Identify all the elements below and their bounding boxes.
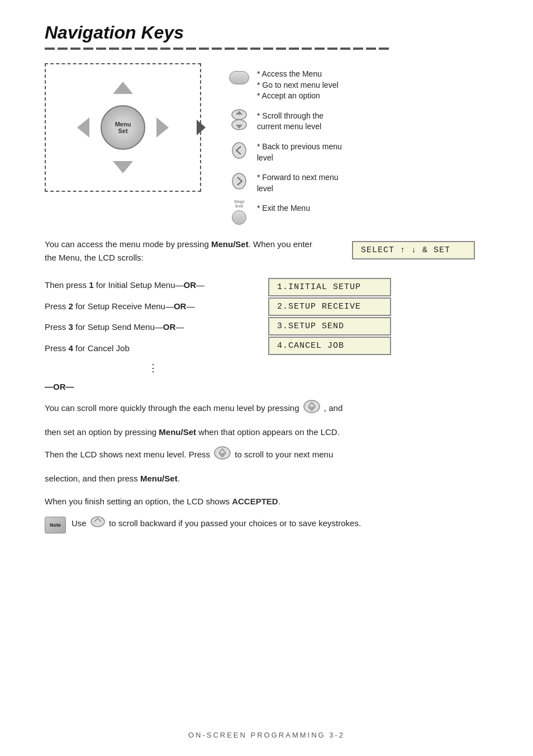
- lcd-item-1: 1.INITIAL SETUP: [268, 278, 391, 296]
- dpad-down-arrow: [113, 161, 133, 173]
- key-item-exit: Stop/Exit * Exit the Menu: [229, 202, 488, 222]
- lcd-menu-group: 1.INITIAL SETUP 2.SETUP RECEIVE 3.SETUP …: [268, 278, 391, 355]
- intro-text: You can access the menu mode by pressing…: [45, 238, 324, 264]
- scroll-para-4: selection, and then press Menu/Set.: [45, 471, 488, 486]
- svg-point-2: [232, 143, 246, 158]
- scroll-icon-inline-2: or: [213, 446, 231, 465]
- scroll-icon-inline-note: [90, 516, 106, 532]
- page: Navigation Keys: [0, 0, 533, 756]
- nav-side-arrow: [197, 120, 206, 135]
- key-text-back: * Back to previous menulevel: [257, 140, 342, 163]
- lcd-select-display: SELECT ↑ ↓ & SET: [352, 241, 475, 259]
- nav-pad-container: MenuSet: [45, 63, 212, 192]
- menu-options-row: Then press 1 for Initial Setup Menu—OR— …: [45, 278, 488, 374]
- key-text-exit: * Exit the Menu: [257, 202, 310, 214]
- dpad-center: MenuSet: [101, 105, 145, 150]
- lcd-item-2: 2.SETUP RECEIVE: [268, 297, 391, 316]
- page-footer: ON-SCREEN PROGRAMMING 3-2: [0, 731, 533, 739]
- nav-pad-box: MenuSet: [45, 63, 201, 192]
- scroll-icon-2: or: [213, 446, 231, 460]
- menu-set-bold-2: Menu/Set: [159, 427, 196, 437]
- svg-text:or: or: [221, 451, 225, 456]
- lcd-item-4: 4.CANCEL JOB: [268, 337, 391, 355]
- lcd-item-3: 3.SETUP SEND: [268, 317, 391, 336]
- dpad-up-arrow: [113, 82, 133, 94]
- dpad: MenuSet: [73, 77, 173, 178]
- dpad-right-arrow: [156, 117, 169, 138]
- menu-set-bold: Menu/Set: [211, 239, 249, 249]
- key-item-scroll: * Scroll through thecurrent menu level: [229, 110, 488, 133]
- menu-set-label: MenuSet: [115, 121, 131, 134]
- stop-exit-label: Stop/Exit: [234, 200, 245, 210]
- intro-row: You can access the menu mode by pressing…: [45, 238, 488, 273]
- forward-key-icon: [229, 171, 249, 191]
- scroll-arrows-icon: [230, 109, 249, 130]
- scroll-para-3: Then the LCD shows next menu level. Pres…: [45, 446, 488, 465]
- scroll-icon-note: [90, 516, 106, 528]
- note-text: Use to scroll backward if you passed you…: [72, 516, 361, 532]
- key-text-scroll: * Scroll through thecurrent menu level: [257, 110, 323, 133]
- svg-text:or: or: [310, 405, 313, 410]
- press2-text: Press 2 for Setup Receive Menu—OR—: [45, 299, 240, 314]
- key-item-back: * Back to previous menulevel: [229, 140, 488, 163]
- note-icon: Note: [45, 517, 66, 533]
- scroll-icon-inline-1: or: [303, 399, 321, 418]
- scroll-para-2: then set an option by pressing Menu/Set …: [45, 425, 488, 440]
- forward-arrow-icon: [231, 172, 248, 190]
- scroll-icon-1: or: [303, 399, 321, 414]
- scroll-para-1: You can scroll more quickly through the …: [45, 399, 488, 418]
- back-key-icon: [229, 140, 249, 160]
- key-item-access-menu: * Access the Menu* Go to next menu level…: [229, 68, 488, 102]
- stop-exit-circle: [232, 210, 246, 225]
- note-area: Note Use to scroll backward if you passe…: [45, 516, 488, 539]
- key-text-forward: * Forward to next menulevel: [257, 171, 339, 194]
- stop-exit-key-icon: Stop/Exit: [229, 202, 249, 222]
- key-item-forward: * Forward to next menulevel: [229, 171, 488, 194]
- dashed-separator: [45, 48, 488, 50]
- menu-press-lines: Then press 1 for Initial Setup Menu—OR— …: [45, 278, 240, 374]
- menu-set-key-icon: [229, 68, 249, 88]
- accepted-word: ACCEPTED: [232, 497, 278, 506]
- oval-icon: [229, 71, 249, 84]
- diagram-area: MenuSet * Access the Menu* Go to next me…: [45, 63, 488, 222]
- page-title: Navigation Keys: [45, 22, 488, 43]
- stop-exit-icon: Stop/Exit: [232, 200, 246, 225]
- press4-text: Press 4 for Cancel Job: [45, 341, 240, 356]
- key-descriptions: * Access the Menu* Go to next menu level…: [229, 63, 488, 222]
- menu-set-bold-3: Menu/Set: [140, 474, 178, 483]
- press1-text: Then press 1 for Initial Setup Menu—OR—: [45, 278, 240, 292]
- back-arrow-icon: [231, 141, 248, 159]
- press3-text: Press 3 for Setup Send Menu—OR—: [45, 320, 240, 334]
- accepted-para: When you finish setting an option, the L…: [45, 494, 488, 509]
- key-text-access-menu: * Access the Menu* Go to next menu level…: [257, 68, 339, 102]
- scroll-key-icon: [229, 110, 249, 130]
- svg-point-3: [232, 173, 246, 189]
- ellipsis: ⋮: [67, 362, 240, 374]
- or-separator: —OR—: [45, 382, 488, 391]
- dpad-left-arrow: [77, 117, 89, 138]
